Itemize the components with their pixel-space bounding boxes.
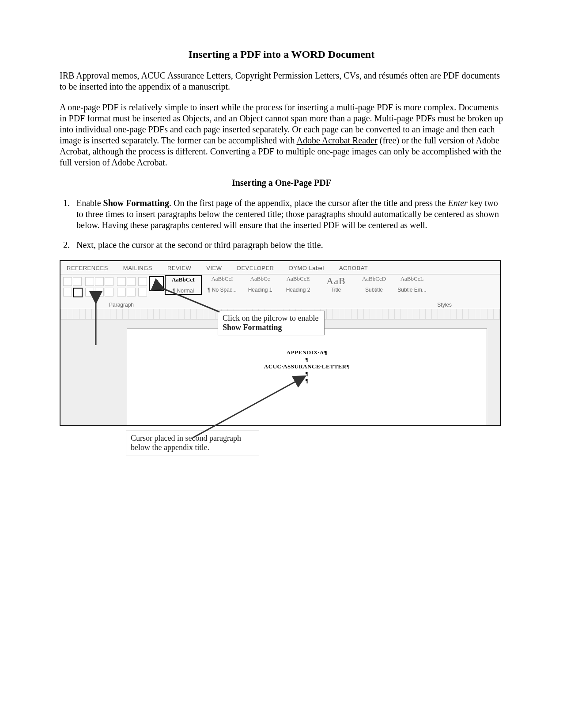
style-heading2[interactable]: AaBbCcE Heading 2 [280, 275, 316, 293]
group-paragraph-label: Paragraph [109, 302, 134, 308]
line-spacing-icon[interactable] [117, 288, 126, 296]
ribbon-body: ¶ Paragraph AaBbCcI ¶ Normal AaBbCcI ¶ N… [60, 274, 500, 309]
document-page: APPENDIX·A¶ ¶ ACUC·ASSURANCE·LETTER¶ ¶ ¶ [127, 328, 487, 425]
step1-a: Enable [76, 198, 103, 208]
step1-bold: Show Formatting [103, 198, 169, 208]
style-subtitle-preview: AaBbCcD [356, 275, 392, 287]
tab-developer[interactable]: DEVELOPER [237, 265, 274, 271]
style-title-label: Title [318, 287, 354, 293]
intro-paragraph-1: IRB Approval memos, ACUC Assurance Lette… [60, 70, 503, 92]
bullets-icon[interactable] [85, 277, 94, 286]
step-1: Enable Show Formatting. On the first pag… [72, 198, 503, 231]
tab-dymo[interactable]: DYMO Label [289, 265, 324, 271]
shading-icon[interactable] [127, 288, 136, 296]
style-subtleem-label: Subtle Em... [394, 287, 430, 293]
step1-italic: Enter [448, 198, 467, 208]
sort-icon[interactable] [138, 277, 147, 286]
style-heading1[interactable]: AaBbCc Heading 1 [242, 275, 278, 293]
style-heading2-label: Heading 2 [280, 287, 316, 293]
document-area: APPENDIX·A¶ ¶ ACUC·ASSURANCE·LETTER¶ ¶ ¶ [60, 319, 500, 425]
pilcrow-callout-a: Click on the pilcrow to enable [223, 314, 318, 323]
style-subtitle[interactable]: AaBbCcD Subtitle [356, 275, 392, 293]
section-subtitle: Inserting a One-Page PDF [60, 178, 503, 188]
style-nospacing[interactable]: AaBbCcI ¶ No Spac... [204, 275, 240, 293]
decrease-indent-icon[interactable] [117, 277, 126, 286]
group-styles-label: Styles [437, 302, 452, 308]
steps-list: Enable Show Formatting. On the first pag… [60, 198, 503, 251]
cursor-callout: Cursor placed in second paragraph below … [126, 431, 259, 455]
style-heading1-label: Heading 1 [242, 287, 278, 293]
step-2: Next, place the cursor at the second or … [72, 240, 503, 251]
numbering-icon[interactable] [95, 277, 104, 286]
show-formatting-button[interactable]: ¶ [149, 276, 164, 291]
style-normal-preview: AaBbCcI [166, 276, 201, 288]
align-center-icon[interactable] [73, 288, 83, 297]
align-right-icon[interactable] [95, 288, 104, 296]
doc-line-4: ¶ [127, 370, 487, 377]
style-subtleem[interactable]: AaBbCcL Subtle Em... [394, 275, 430, 293]
format-painter-icon[interactable] [73, 277, 82, 286]
borders-icon[interactable] [138, 288, 147, 296]
styles-gallery: AaBbCcI ¶ Normal AaBbCcI ¶ No Spac... Aa… [165, 275, 499, 295]
style-normal[interactable]: AaBbCcI ¶ Normal [165, 275, 202, 295]
tab-review[interactable]: REVIEW [167, 265, 191, 271]
font-dropdown-icon[interactable] [63, 277, 72, 286]
style-nospacing-label: ¶ No Spac... [204, 287, 240, 293]
justify-icon[interactable] [105, 288, 113, 296]
style-title-preview: AaB [318, 275, 354, 287]
doc-line-1: APPENDIX·A¶ [127, 349, 487, 356]
tab-references[interactable]: REFERENCES [67, 265, 108, 271]
page-title: Inserting a PDF into a WORD Document [60, 49, 503, 60]
style-nospacing-preview: AaBbCcI [204, 275, 240, 287]
style-heading2-preview: AaBbCcE [280, 275, 316, 287]
align-left-icon[interactable] [85, 288, 94, 296]
ribbon-tabs: REFERENCES MAILINGS REVIEW VIEW DEVELOPE… [60, 261, 500, 274]
tab-view[interactable]: VIEW [206, 265, 222, 271]
pilcrow-callout-b: Show Formatting [223, 323, 282, 332]
adobe-reader-link[interactable]: Adobe Acrobat Reader [296, 135, 377, 145]
style-title[interactable]: AaB Title [318, 275, 354, 293]
pilcrow-callout: Click on the pilcrow to enable Show Form… [218, 311, 325, 335]
multilevel-list-icon[interactable] [105, 277, 113, 286]
doc-line-3: ACUC·ASSURANCE·LETTER¶ [127, 363, 487, 370]
style-subtitle-label: Subtitle [356, 287, 392, 293]
intro-paragraph-2: A one-page PDF is relatively simple to i… [60, 102, 503, 168]
doc-cursor-mark: ¶ [127, 377, 487, 384]
tab-mailings[interactable]: MAILINGS [123, 265, 152, 271]
step1-b: . On the first page of the appendix, pla… [169, 198, 448, 208]
style-normal-label: ¶ Normal [166, 288, 201, 294]
increase-indent-icon[interactable] [127, 277, 136, 286]
style-heading1-preview: AaBbCc [242, 275, 278, 287]
font-color-icon[interactable] [63, 288, 72, 296]
style-subtleem-preview: AaBbCcL [394, 275, 430, 287]
word-screenshot: REFERENCES MAILINGS REVIEW VIEW DEVELOPE… [60, 260, 501, 426]
tab-acrobat[interactable]: ACROBAT [339, 265, 368, 271]
doc-line-2: ¶ [127, 356, 487, 363]
